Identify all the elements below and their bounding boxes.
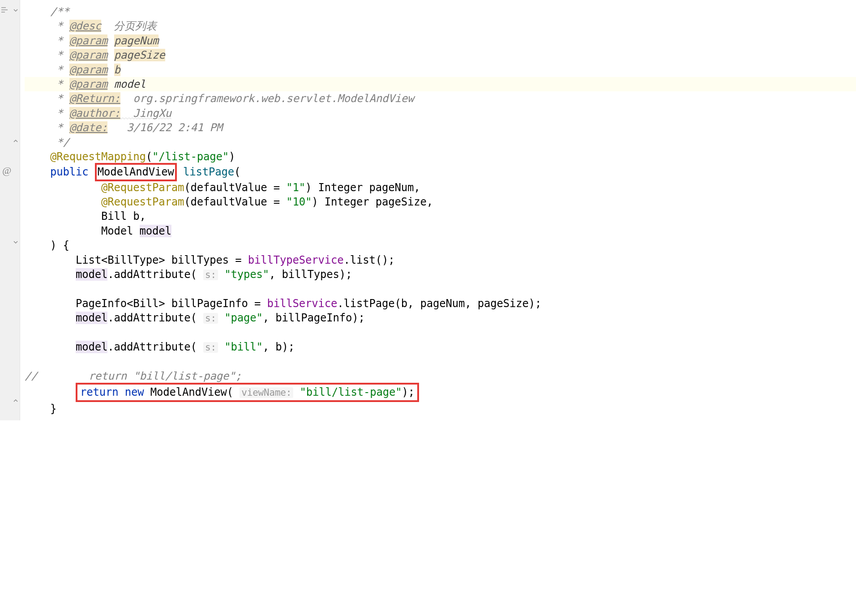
date-tag: @date:: [69, 121, 108, 134]
param-tag-3: @param: [69, 64, 108, 76]
fold-marker-method[interactable]: [13, 239, 19, 245]
param-4: model: [114, 78, 146, 90]
return-text: org.springframework.web.servlet.ModelAnd…: [120, 92, 414, 105]
editor-gutter: @: [0, 0, 20, 420]
method-name: listPage: [183, 166, 234, 178]
fold-marker-top[interactable]: [13, 7, 19, 13]
param-hint-s1: s:: [203, 270, 218, 280]
param-1: pageNum: [114, 34, 159, 47]
param-3: b: [114, 64, 120, 76]
param-tag-1: @param: [69, 34, 108, 47]
param-tag-4: @param: [69, 78, 108, 90]
param-hint-viewname: viewName:: [240, 387, 293, 398]
svg-rect-2: [1, 12, 5, 13]
request-mapping: @RequestMapping: [50, 150, 146, 163]
annotation-gutter-icon[interactable]: @: [2, 165, 11, 176]
param-2: pageSize: [114, 49, 165, 61]
fold-marker-doc-end[interactable]: [13, 138, 19, 144]
mapping-path: "/list-page": [152, 150, 229, 163]
date-text: 3/16/22 2:41 PM: [107, 121, 223, 134]
param-hint-s3: s:: [203, 342, 218, 353]
doc-close: */: [50, 136, 69, 149]
doc-open: /**: [50, 5, 69, 18]
author-text: JingXu: [120, 107, 171, 120]
request-param-2: @RequestParam: [101, 196, 184, 208]
return-type-highlight: ModelAndView: [95, 163, 177, 181]
model-and-view: ModelAndView: [98, 166, 174, 178]
public-keyword: public: [50, 166, 89, 178]
code-editor[interactable]: /** * @desc 分页列表 * @param pageNum * @par…: [20, 0, 856, 420]
param-tag-2: @param: [69, 49, 108, 61]
author-tag: @author:: [69, 107, 120, 120]
svg-rect-0: [1, 7, 6, 8]
return-tag: @Return:: [69, 92, 120, 105]
fold-marker-method-end[interactable]: [13, 398, 19, 404]
desc-text: 分页列表: [101, 20, 157, 32]
param-hint-s2: s:: [203, 313, 218, 324]
commented-return: // return "bill/list-page";: [25, 370, 241, 382]
svg-rect-1: [1, 9, 8, 10]
request-param-1: @RequestParam: [101, 181, 184, 194]
return-statement-highlight: return new ModelAndView( viewName: "bill…: [76, 383, 419, 402]
desc-tag: @desc: [69, 20, 101, 32]
structure-icon[interactable]: [1, 6, 9, 15]
